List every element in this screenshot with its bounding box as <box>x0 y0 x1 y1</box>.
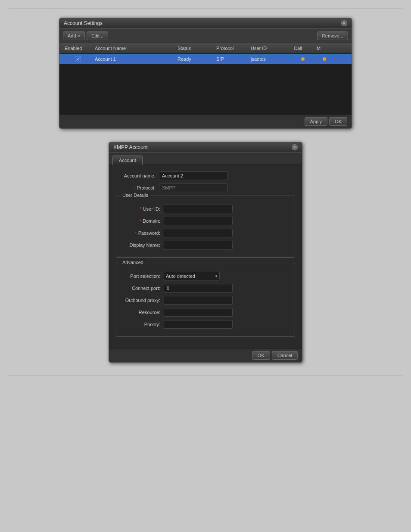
xmpp-content-area: Account name: Protocol: User Details Use… <box>109 165 302 348</box>
priority-input[interactable] <box>164 320 233 329</box>
account-name-label: Account name: <box>116 173 159 178</box>
xmpp-title: XMPP Account <box>113 144 148 150</box>
table-header: Enabled Account Name Status Protocol Use… <box>59 43 352 54</box>
col-header-enabled: Enabled <box>63 45 93 52</box>
accounts-table-body: ✓ Account 1 Ready SIP jsantos <box>59 54 352 114</box>
connect-port-row: Connect port: <box>121 284 290 292</box>
display-name-input[interactable] <box>164 241 233 249</box>
user-id-input[interactable] <box>164 205 233 213</box>
edit-button[interactable]: Edit... <box>87 31 108 40</box>
resource-input[interactable] <box>164 308 233 317</box>
xmpp-title-bar: XMPP Account ✕ <box>109 142 302 153</box>
user-details-group: User Details User ID: Domain: Password: … <box>116 196 295 258</box>
protocol-row: Protocol: <box>116 184 295 192</box>
outbound-proxy-row: Outbound proxy: <box>121 296 290 305</box>
user-details-title: User Details <box>121 193 150 198</box>
tab-account[interactable]: Account <box>112 156 143 165</box>
display-name-row: Display Name: <box>121 241 290 249</box>
col-header-account-name: Account Name <box>93 45 176 52</box>
port-selection-row: Port selection: Auto detected Manual <box>121 272 290 280</box>
protocol-cell: SIP <box>215 56 249 62</box>
domain-label: Domain: <box>121 218 164 224</box>
account-settings-title-bar: Account Settings ✕ <box>59 18 352 29</box>
col-header-extra <box>335 45 348 52</box>
xmpp-close-button[interactable]: ✕ <box>292 144 298 150</box>
password-input[interactable] <box>164 229 233 237</box>
account-name-cell: Account 1 <box>93 56 176 62</box>
checkmark-icon: ✓ <box>75 56 81 62</box>
account-settings-toolbar: Add > Edit... Remove... <box>59 29 352 43</box>
status-cell: Ready <box>176 56 215 62</box>
im-dot-icon <box>323 57 326 61</box>
col-header-userid: User ID <box>249 45 292 52</box>
userid-cell: jsantos <box>249 56 292 62</box>
account-name-row: Account name: <box>116 171 295 180</box>
account-settings-close-button[interactable]: ✕ <box>341 20 347 26</box>
protocol-input <box>159 184 228 192</box>
xmpp-tab-bar: Account <box>109 153 302 165</box>
user-id-label: User ID: <box>121 206 164 212</box>
apply-button[interactable]: Apply <box>305 117 328 126</box>
account-settings-dialog: Account Settings ✕ Add > Edit... Remove.… <box>59 18 352 129</box>
xmpp-account-dialog: XMPP Account ✕ Account Account name: Pro… <box>109 142 302 363</box>
add-button[interactable]: Add > <box>63 31 85 40</box>
extra-cell <box>335 58 348 60</box>
col-header-status: Status <box>176 45 215 52</box>
ok-button[interactable]: OK <box>329 117 347 126</box>
resource-label: Resource: <box>121 310 164 315</box>
account-settings-bottom-bar: Apply OK <box>59 114 352 128</box>
call-dot-icon <box>301 57 305 61</box>
protocol-label: Protocol: <box>116 185 159 190</box>
connect-port-label: Connect port: <box>121 286 164 291</box>
connect-port-input[interactable] <box>164 284 233 292</box>
password-row: Password: <box>121 229 290 237</box>
port-selection-select[interactable]: Auto detected Manual <box>164 272 220 280</box>
domain-input[interactable] <box>164 217 233 225</box>
priority-row: Priority: <box>121 320 290 329</box>
xmpp-bottom-bar: OK Cancel <box>109 348 302 362</box>
call-dot-cell <box>292 57 314 61</box>
col-header-im: IM <box>314 45 335 52</box>
remove-button[interactable]: Remove... <box>317 31 348 40</box>
password-label: Password: <box>121 230 164 236</box>
col-header-call: Call <box>292 45 314 52</box>
xmpp-ok-button[interactable]: OK <box>252 351 270 360</box>
port-selection-wrapper: Auto detected Manual <box>164 272 220 280</box>
advanced-title: Advanced <box>121 260 145 265</box>
account-settings-title: Account Settings <box>64 20 103 26</box>
enabled-checkbox[interactable]: ✓ <box>63 56 93 62</box>
xmpp-cancel-button[interactable]: Cancel <box>272 351 298 360</box>
port-selection-label: Port selection: <box>121 274 164 279</box>
advanced-group: Advanced Port selection: Auto detected M… <box>116 263 295 337</box>
outbound-proxy-input[interactable] <box>164 296 233 305</box>
display-name-label: Display Name: <box>121 243 164 248</box>
table-row[interactable]: ✓ Account 1 Ready SIP jsantos <box>59 54 352 64</box>
resource-row: Resource: <box>121 308 290 317</box>
priority-label: Priority: <box>121 322 164 327</box>
account-name-input[interactable] <box>159 171 228 180</box>
im-dot-cell <box>314 57 335 61</box>
user-id-row: User ID: <box>121 205 290 213</box>
domain-row: Domain: <box>121 217 290 225</box>
outbound-proxy-label: Outbound proxy: <box>121 298 164 303</box>
col-header-protocol: Protocol <box>215 45 249 52</box>
